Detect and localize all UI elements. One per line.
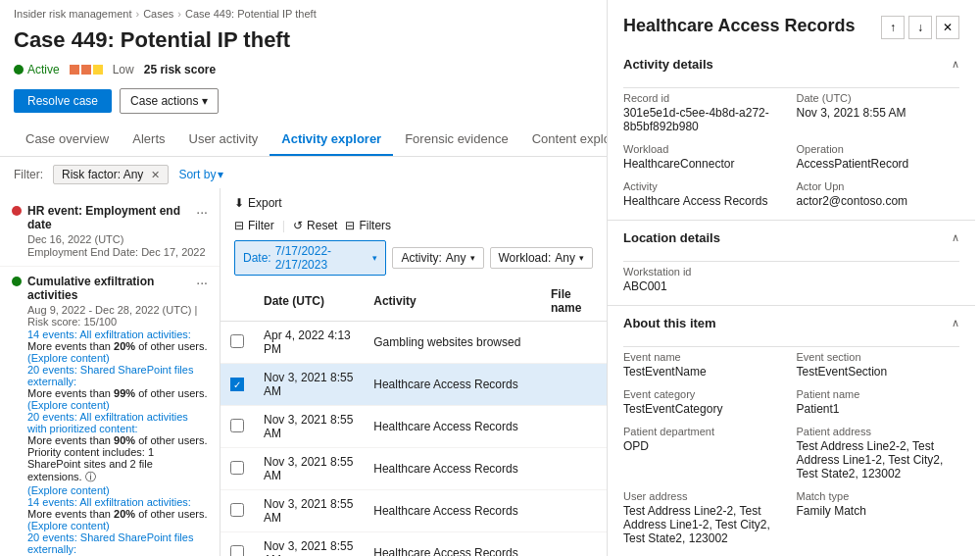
detail-item-2-5: Patient addressTest Address Line2-2, Tes… [797,426,960,480]
nav-up-button[interactable]: ↑ [881,16,905,39]
section-header-2[interactable]: About this item∧ [608,306,975,338]
breadcrumb-item-1[interactable]: Insider risk management [14,8,131,20]
detail-label-0-5: Actor Upn [797,180,960,192]
table-row[interactable]: Nov 3, 2021 8:55 AMHealthcare Access Rec… [220,490,607,532]
checkbox[interactable] [230,461,244,475]
tab-forensic-evidence[interactable]: Forensic evidence [393,124,520,156]
date-pill[interactable]: Date: 7/17/2022-2/17/2023 ▾ [234,240,386,276]
filters-icon: ⊟ [345,219,355,232]
section-header-1[interactable]: Location details∧ [608,221,975,253]
section-1: Location details∧Workstation idABC001 [608,221,975,306]
detail-item-0-4: ActivityHealthcare Access Records [623,180,787,208]
detail-item-0-1: Date (UTC)Nov 3, 2021 8:55 AM [797,92,960,133]
nav-down-button[interactable]: ↓ [908,16,932,39]
section-header-0[interactable]: Activity details∧ [608,47,975,79]
detail-value-2-5: Test Address Line2-2, Test Address Line1… [797,439,960,480]
status-dot [14,65,24,75]
detail-label-0-3: Operation [797,143,960,155]
timeline-text-0: More events than 20% of other users. [27,340,208,352]
timeline-link-7[interactable]: (Explore content) [27,520,208,531]
filter-pills: Date: 7/17/2022-2/17/2023 ▾ Activity: An… [220,236,607,281]
table-row[interactable]: Nov 3, 2021 8:55 AMHealthcare Access Rec… [220,364,607,406]
filter-remove-icon[interactable]: ✕ [151,169,160,181]
activity-table-wrap: Date (UTC) Activity File name Apr 4, 202… [220,281,607,556]
activity-pill[interactable]: Activity: Any ▾ [392,247,483,269]
detail-value-2-4: OPD [623,439,787,453]
table-cell-filename [541,448,607,490]
filter-sep: | [282,218,285,232]
detail-label-0-1: Date (UTC) [797,92,960,104]
timeline-text-4: More events than 20% of other users. [27,508,208,520]
table-cell-date: Nov 3, 2021 8:55 AM [254,532,364,557]
checkbox[interactable] [230,419,244,432]
timeline-link-5[interactable]: (Explore content) [27,484,208,496]
filter-tag[interactable]: Risk factor: Any ✕ [53,165,169,184]
table-cell-date: Apr 4, 2022 4:13 PM [254,322,364,364]
detail-value-0-0: 301e5e1d-c5ee-4b8d-a272-8b5bf892b980 [623,106,787,133]
left-panel: Insider risk management › Cases › Case 4… [0,0,608,556]
tab-case-overview[interactable]: Case overview [14,124,121,156]
detail-label-2-0: Event name [623,351,787,363]
table-cell-activity: Healthcare Access Records [364,406,541,448]
right-panel-header: Healthcare Access Records ↑ ↓ ✕ [608,0,975,47]
table-cell-filename [541,364,607,406]
resolve-case-button[interactable]: Resolve case [14,89,112,113]
table-row[interactable]: Apr 4, 2022 4:13 PMGambling websites bro… [220,322,607,364]
tab-bar: Case overview Alerts User activity Activ… [0,124,607,157]
detail-value-2-7: Family Match [797,504,960,518]
timeline-sidebar: HR event: Employment end date ··· Dec 16… [0,188,220,556]
filter-bar: Filter: Risk factor: Any ✕ Sort by ▾ [0,157,607,188]
tab-content-explorer[interactable]: Content explorer [520,124,608,156]
checkbox[interactable] [230,334,244,348]
tab-activity-explorer[interactable]: Activity explorer [270,124,393,156]
col-activity: Activity [364,281,541,322]
table-cell-filename [541,406,607,448]
detail-value-2-1: TestEventSection [797,365,960,379]
sort-by-button[interactable]: Sort by ▾ [178,168,223,181]
detail-item-2-0: Event nameTestEventName [623,351,787,379]
table-cell-date: Nov 3, 2021 8:55 AM [254,448,364,490]
section-title-1: Location details [623,230,720,245]
table-row[interactable]: Nov 3, 2021 8:55 AMHealthcare Access Rec… [220,448,607,490]
section-chevron-2: ∧ [952,317,959,329]
breadcrumb-item-3: Case 449: Potential IP theft [185,8,317,20]
detail-item-0-3: OperationAccessPatientRecord [797,143,960,171]
table-row[interactable]: Nov 3, 2021 8:55 AMHealthcare Access Rec… [220,406,607,448]
tab-alerts[interactable]: Alerts [121,124,176,156]
export-button[interactable]: ⬇ Export [234,196,282,210]
col-checkbox [220,281,254,322]
timeline-link-8[interactable]: 20 events: Shared SharePoint files exter… [27,531,208,555]
checkbox[interactable] [230,545,244,557]
filter-button[interactable]: ⊟ Filter [234,219,274,232]
filters-button[interactable]: ⊟ Filters [345,219,391,232]
timeline-text-2: More events than 90% of other users. [27,434,208,446]
nav-close-button[interactable]: ✕ [936,16,959,39]
export-icon: ⬇ [234,196,244,210]
reset-button[interactable]: ↺ Reset [293,219,337,232]
checkbox[interactable] [230,503,244,517]
tab-user-activity[interactable]: User activity [177,124,270,156]
breadcrumb: Insider risk management › Cases › Case 4… [0,0,607,24]
table-row[interactable]: Nov 3, 2021 8:55 AMHealthcare Access Rec… [220,532,607,557]
case-actions-button[interactable]: Case actions ▾ [120,88,219,114]
date-pill-caret-icon: ▾ [372,253,377,263]
page-title: Case 449: Potential IP theft [0,24,607,59]
timeline-menu-0[interactable]: ··· [196,204,208,220]
nav-arrows: ↑ ↓ ✕ [881,16,959,39]
timeline-link-4[interactable]: 20 events: All exfiltration activities w… [27,411,208,434]
section-chevron-1: ∧ [952,231,959,244]
timeline-link-6[interactable]: 14 events: All exfiltration activities: [27,496,208,508]
checkbox-checked[interactable] [230,378,244,391]
right-panel-title: Healthcare Access Records [623,16,855,36]
detail-value-2-0: TestEventName [623,365,787,379]
risk-score: 25 risk score [144,63,216,76]
breadcrumb-item-2[interactable]: Cases [143,8,173,20]
timeline-menu-1[interactable]: ··· [196,275,208,290]
timeline-link-2[interactable]: 20 events: Shared SharePoint files exter… [27,364,208,387]
timeline-link-3[interactable]: (Explore content) [27,399,208,411]
detail-item-2-1: Event sectionTestEventSection [797,351,960,379]
workload-pill[interactable]: Workload: Any ▾ [490,247,594,269]
detail-item-0-2: WorkloadHealthcareConnector [623,143,787,171]
timeline-link-0[interactable]: 14 events: All exfiltration activities: [27,329,208,340]
timeline-link-1[interactable]: (Explore content) [27,352,208,364]
